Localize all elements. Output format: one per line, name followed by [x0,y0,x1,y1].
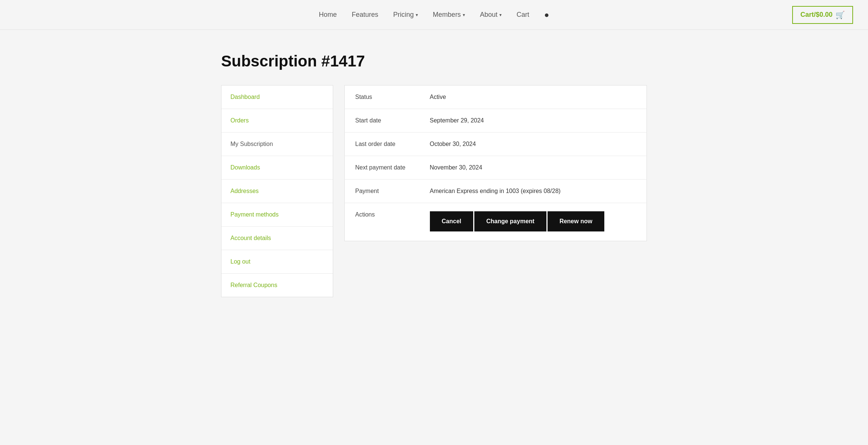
cart-button[interactable]: Cart/$0.00 🛒 [792,6,853,24]
payment-label: Payment [345,180,419,203]
table-row: Status Active [345,85,647,109]
sidebar-item-addresses[interactable]: Addresses [221,180,333,203]
table-row: Start date September 29, 2024 [345,109,647,133]
last-order-value: October 30, 2024 [419,133,647,156]
sidebar-item-account-details[interactable]: Account details [221,227,333,250]
nav-features[interactable]: Features [352,11,378,19]
page-title: Subscription #1417 [221,52,647,70]
renew-now-button[interactable]: Renew now [548,211,604,231]
nav-members[interactable]: Members ▾ [433,11,465,19]
subscription-table: Status Active Start date September 29, 2… [344,85,647,241]
actions-label: Actions [345,203,419,241]
sidebar: Dashboard Orders My Subscription Downloa… [221,85,333,297]
start-date-value: September 29, 2024 [419,109,647,133]
change-payment-button[interactable]: Change payment [474,211,546,231]
table-row: Last order date October 30, 2024 [345,133,647,156]
next-payment-label: Next payment date [345,156,419,180]
content-layout: Dashboard Orders My Subscription Downloa… [221,85,647,297]
members-chevron-icon: ▾ [463,12,465,18]
sidebar-item-downloads[interactable]: Downloads [221,156,333,180]
main-nav: Home Features Pricing ▾ Members ▾ About … [319,10,549,20]
next-payment-value: November 30, 2024 [419,156,647,180]
start-date-label: Start date [345,109,419,133]
cart-label: Cart/$0.00 [800,11,833,19]
main-content: Subscription #1417 Dashboard Orders My S… [210,30,658,320]
payment-value: American Express ending in 1003 (expires… [419,180,647,203]
nav-pricing[interactable]: Pricing ▾ [393,11,418,19]
sidebar-item-my-subscription[interactable]: My Subscription [221,133,333,156]
last-order-label: Last order date [345,133,419,156]
sidebar-item-referral-coupons[interactable]: Referral Coupons [221,274,333,297]
cancel-button[interactable]: Cancel [430,211,473,231]
table-row: Next payment date November 30, 2024 [345,156,647,180]
about-chevron-icon: ▾ [499,12,502,18]
sidebar-item-dashboard[interactable]: Dashboard [221,85,333,109]
nav-home[interactable]: Home [319,11,337,19]
actions-buttons: Cancel Change payment Renew now [430,211,636,233]
sidebar-item-orders[interactable]: Orders [221,109,333,133]
sidebar-item-payment-methods[interactable]: Payment methods [221,203,333,227]
status-label: Status [345,85,419,109]
user-icon[interactable]: ● [544,10,549,20]
nav-cart[interactable]: Cart [517,11,529,19]
cart-icon: 🛒 [836,10,845,19]
table-row: Payment American Express ending in 1003 … [345,180,647,203]
site-header: Home Features Pricing ▾ Members ▾ About … [0,0,868,30]
status-value: Active [419,85,647,109]
actions-row: Actions Cancel Change payment Renew now [345,203,647,241]
nav-about[interactable]: About ▾ [480,11,502,19]
actions-cell: Cancel Change payment Renew now [419,203,647,241]
pricing-chevron-icon: ▾ [416,12,418,18]
sidebar-item-log-out[interactable]: Log out [221,250,333,274]
